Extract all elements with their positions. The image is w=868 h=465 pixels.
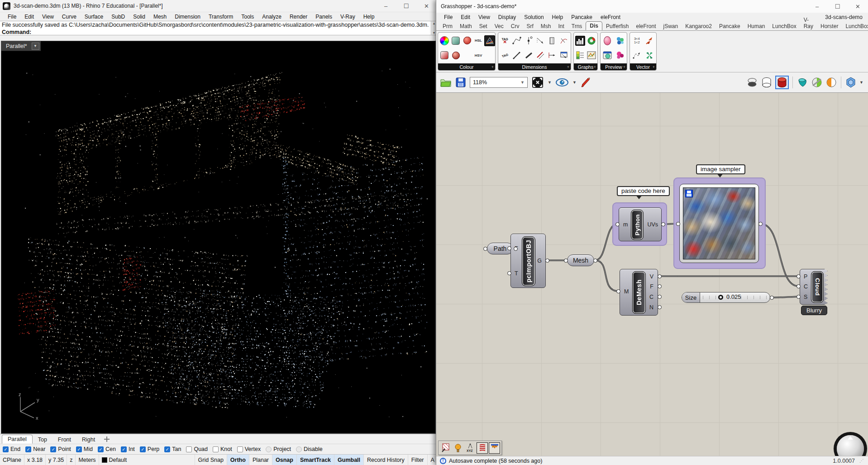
ribbon-tab-crv[interactable]: Crv [507,22,523,30]
menu-item-panels[interactable]: Panels [311,13,336,21]
expand-icon[interactable]: + [567,65,569,69]
checkbox-near[interactable]: ✓ [25,446,31,452]
palette-group-title[interactable]: Vector+ [630,63,656,70]
grasshopper-titlebar[interactable]: Grasshopper - 3d-scans-demo* – ☐ ✕ [436,0,868,13]
zoom-level-combobox[interactable]: 118% ▼ [470,77,528,88]
osnap-item-near[interactable]: ✓Near [25,446,45,452]
preview-shaded-button[interactable] [775,76,789,89]
menu-item-file[interactable]: File [4,13,20,21]
pcimportobj-component[interactable]: F T G pcImportOBJ [510,234,546,288]
ribbon-tab-horster[interactable]: Horster [817,22,842,30]
port-nub[interactable] [483,247,487,251]
osnap-item-int[interactable]: ✓Int [121,446,135,452]
expand-icon[interactable]: + [491,65,494,69]
status-cell-4[interactable]: Meters [76,455,99,465]
menu-item-edit[interactable]: Edit [20,13,38,21]
markov-widget-icon[interactable] [489,442,500,454]
scroll-up-icon[interactable]: ▲ [433,22,436,25]
rhino-viewport[interactable]: Parallel* ▼ z y x [1,41,436,434]
preview-eye-button[interactable] [555,77,569,87]
rhino-titlebar[interactable]: 3d-scan-demo.3dm (13 MB) - Rhino 7 Educa… [0,0,437,12]
port-nub[interactable] [796,274,801,278]
expand-icon[interactable]: + [594,65,596,69]
status-toggle-gumball[interactable]: Gumball [334,455,364,465]
viewport-title-tab[interactable]: Parallel* ▼ [1,41,41,51]
ribbon-tab-vec[interactable]: Vec [491,22,507,30]
viewport-tab-parallel[interactable]: Parallel [2,435,33,444]
osnap-item-perp[interactable]: ✓Perp [140,446,159,452]
checkbox-perp[interactable]: ✓ [140,446,146,452]
osnap-item-tan[interactable]: ✓Tan [164,446,181,452]
pie-chart-icon[interactable] [586,35,597,46]
checkbox-tan[interactable]: ✓ [164,446,170,452]
viewport-menu-caret-icon[interactable]: ▼ [32,43,39,50]
status-cell-1[interactable]: x 3.18 [24,455,46,465]
port-nub[interactable] [507,271,511,275]
checkbox-disable[interactable] [296,446,302,452]
sampler-image-preview[interactable] [683,187,755,259]
line-dim-a-icon[interactable] [511,50,522,61]
ribbon-tab-math[interactable]: Math [456,22,476,30]
close-button[interactable]: ✕ [416,0,437,12]
menu-item-render[interactable]: Render [286,13,311,21]
polyline-dim-icon[interactable] [511,35,522,46]
chevron-down-icon[interactable]: ▼ [859,80,863,85]
status-toggle-grid-snap[interactable]: Grid Snap [195,455,227,465]
image-sampler-component[interactable] [679,184,759,263]
palette-group-title[interactable]: Dimensions+ [498,63,571,70]
serial-dim-icon[interactable] [535,50,546,61]
menu-item-solution[interactable]: Solution [520,13,548,21]
port-nub[interactable] [658,274,662,278]
slider-name-label[interactable]: Size [682,292,700,302]
status-cell-5[interactable]: Default [99,455,195,465]
palette-group-title[interactable]: Graphs+ [574,63,597,70]
osnap-item-mid[interactable]: ✓Mid [76,446,93,452]
menu-item-help[interactable]: Help [359,13,379,21]
menu-item-display[interactable]: Display [494,13,520,21]
menu-item-file[interactable]: File [440,13,457,21]
display-mode-button[interactable] [845,77,857,88]
port-nub[interactable] [796,295,801,299]
compass-widget-icon[interactable]: XYZ [464,442,476,454]
ordinate-dim-icon[interactable] [547,50,558,61]
menu-item-edit[interactable]: Edit [457,13,474,21]
osnap-item-project[interactable]: Project [266,446,291,452]
python-name-capsule[interactable]: Python [631,210,644,240]
status-toggle-a[interactable]: A [428,455,437,465]
diagonal-dim-icon[interactable] [535,35,546,46]
window-dim-icon[interactable] [558,50,569,61]
menu-item-tools[interactable]: Tools [237,13,258,21]
tag-icon[interactable]: TAG [498,48,512,62]
wire[interactable] [595,260,618,291]
menu-item-pancake[interactable]: Pancake [567,13,596,21]
ribbon-tab-set[interactable]: Set [476,22,491,30]
ribbon-tab-pufferfish[interactable]: Pufferfish [602,22,632,30]
close-button[interactable]: ✕ [848,0,868,12]
magenta-dots-icon[interactable] [615,50,625,61]
hsl-icon[interactable]: HSL [473,35,484,46]
osnap-item-quad[interactable]: Quad [186,446,208,452]
port-nub[interactable] [661,222,665,226]
port-nub[interactable] [514,247,518,251]
ribbon-tab-jswan[interactable]: jSwan [660,22,682,30]
menu-item-mesh[interactable]: Mesh [149,13,171,21]
ribbon-tab-int[interactable]: Int [554,22,568,30]
ribbon-tab-prm[interactable]: Prm [439,22,456,30]
mesh-parameter-node[interactable]: Mesh [567,254,594,266]
port-nub[interactable] [658,295,662,299]
checkbox-knot[interactable] [213,446,219,452]
python-component[interactable]: m UVs Python [619,207,662,241]
menu-item-v-ray[interactable]: V-Ray [336,13,359,21]
cloud-component[interactable]: P C S Cloud [800,269,828,305]
port-nub[interactable] [507,246,511,250]
menu-item-help[interactable]: Help [548,13,568,21]
ribbon-tab-srf[interactable]: Srf [523,22,537,30]
port-nub[interactable] [593,259,597,263]
checkbox-int[interactable]: ✓ [121,446,127,452]
menu-item-surface[interactable]: Surface [81,13,107,21]
resize-grip[interactable]: ⋰ [859,458,864,463]
port-nub[interactable] [770,296,774,300]
add-viewport-icon[interactable] [104,436,110,442]
colour-cube-icon[interactable] [450,35,461,46]
menu-item-dimension[interactable]: Dimension [171,13,205,21]
